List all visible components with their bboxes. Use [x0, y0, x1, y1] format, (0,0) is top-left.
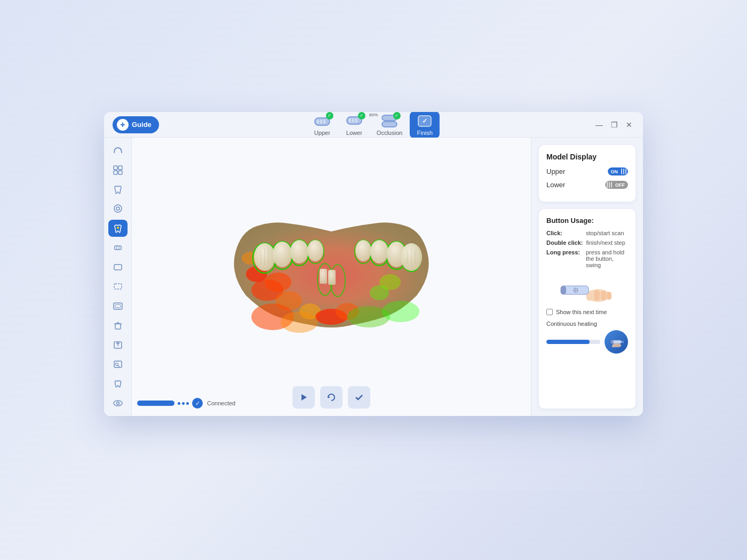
heating-bar — [546, 340, 590, 344]
dot3 — [186, 402, 189, 405]
svg-point-62 — [307, 240, 323, 261]
svg-point-65 — [355, 240, 371, 261]
lower-check: ✓ — [358, 112, 365, 119]
svg-rect-83 — [561, 286, 566, 294]
svg-rect-2 — [320, 119, 322, 124]
confirm-button[interactable] — [348, 386, 370, 409]
lower-toggle[interactable]: OFF — [605, 181, 628, 189]
svg-rect-81 — [607, 292, 611, 300]
refresh-button[interactable] — [320, 386, 343, 409]
usage-click: Click: stop/start scan — [546, 230, 628, 236]
usage-double-click: Double click: finish/next step — [546, 239, 628, 246]
show-next-checkbox[interactable] — [546, 309, 553, 315]
sidebar-trash-icon[interactable] — [108, 317, 128, 334]
sidebar-frame-icon[interactable] — [108, 297, 128, 314]
finish-tab-label: Finish — [417, 130, 432, 136]
svg-rect-15 — [118, 171, 122, 174]
sidebar-rect-icon[interactable] — [108, 259, 128, 276]
sidebar-search-icon[interactable] — [108, 356, 128, 373]
restore-button[interactable]: ❐ — [609, 119, 619, 130]
upper-tab-label: Upper — [314, 130, 330, 136]
svg-rect-79 — [594, 290, 600, 301]
svg-text:✓: ✓ — [422, 117, 427, 125]
sidebar-bracket-icon[interactable] — [108, 239, 128, 256]
svg-rect-14 — [114, 171, 117, 174]
button-usage-card: Button Usage: Click: stop/start scan Dou… — [539, 209, 635, 409]
tab-finish[interactable]: ✓ Finish — [410, 112, 440, 138]
connected-label: Connected — [207, 400, 235, 406]
svg-point-18 — [117, 227, 119, 229]
lower-icon: ✓ — [345, 114, 364, 129]
heating-bar-container: 80% — [546, 340, 600, 344]
viewport[interactable]: ✓ Connected — [132, 138, 531, 416]
upper-toggle[interactable]: ON — [608, 167, 629, 175]
status-bar-inner: ✓ — [137, 398, 203, 409]
usage-dbl-val: finish/next step — [586, 239, 625, 246]
guide-button[interactable]: + Guide — [113, 116, 159, 133]
svg-rect-88 — [611, 340, 614, 343]
sidebar-active-icon[interactable] — [108, 220, 128, 237]
sidebar-export-icon[interactable] — [108, 336, 128, 353]
right-panel: Model Display Upper ON — [531, 138, 643, 416]
scanner-round-icon — [605, 330, 628, 354]
svg-rect-64 — [328, 270, 336, 285]
svg-rect-22 — [114, 265, 122, 270]
svg-point-61 — [290, 240, 308, 263]
sidebar-arch-icon[interactable] — [108, 142, 128, 159]
model-display-card: Model Display Upper ON — [539, 145, 635, 202]
svg-line-33 — [118, 365, 120, 367]
svg-rect-7 — [355, 118, 357, 123]
usage-long-key: Long press: — [546, 249, 583, 268]
sidebar-view-icon[interactable] — [108, 200, 128, 217]
heating-label: Continuous heating — [546, 321, 628, 327]
svg-point-32 — [115, 363, 118, 365]
sidebar-tooth2-icon[interactable] — [108, 375, 128, 392]
upper-toggle-row: Upper ON — [546, 167, 628, 175]
window-reflection — [104, 427, 643, 491]
svg-rect-9 — [382, 122, 397, 127]
usage-dbl-key: Double click: — [546, 239, 583, 246]
connection-check: ✓ — [192, 398, 203, 409]
sidebar-tooth-icon[interactable] — [108, 181, 128, 198]
upper-icon: ✓ — [313, 114, 332, 129]
svg-rect-19 — [115, 246, 121, 250]
occlusion-icon: ✓ — [380, 114, 399, 129]
dot-indicator — [178, 402, 189, 405]
sidebar-eye-icon[interactable] — [108, 394, 128, 411]
tab-upper[interactable]: ✓ Upper — [307, 112, 337, 138]
occlusion-tab-label: Occlusion — [377, 130, 402, 136]
plus-icon: + — [117, 119, 129, 131]
svg-rect-63 — [320, 269, 327, 284]
svg-point-43 — [370, 285, 389, 300]
sidebar-dotted-rect-icon[interactable] — [108, 278, 128, 295]
svg-point-17 — [116, 207, 120, 210]
svg-point-60 — [273, 242, 292, 267]
svg-rect-24 — [114, 303, 122, 309]
tab-lower[interactable]: ✓ Lower — [339, 112, 369, 138]
connection-bar — [137, 401, 174, 406]
svg-rect-13 — [118, 166, 122, 170]
svg-point-16 — [114, 205, 122, 212]
lower-tab-label: Lower — [346, 130, 362, 136]
dot1 — [178, 402, 180, 405]
teeth-3d-model — [203, 189, 459, 365]
svg-rect-80 — [601, 291, 606, 300]
svg-rect-6 — [352, 118, 354, 123]
svg-marker-76 — [301, 394, 307, 401]
close-button[interactable]: ✕ — [624, 119, 634, 130]
svg-point-73 — [281, 311, 318, 333]
occlusion-check: ✓ — [393, 112, 401, 119]
play-button[interactable] — [292, 386, 315, 409]
dot2 — [182, 402, 185, 405]
viewport-toolbar — [292, 386, 370, 409]
heating-section: Continuous heating 80% — [546, 321, 628, 354]
usage-click-key: Click: — [546, 230, 583, 236]
lower-toggle-label: Lower — [546, 181, 565, 189]
model-display-title: Model Display — [546, 153, 628, 161]
sidebar-grid-icon[interactable] — [108, 161, 128, 178]
minimize-button[interactable]: — — [594, 119, 605, 130]
svg-rect-25 — [115, 305, 121, 308]
svg-rect-12 — [114, 166, 117, 170]
svg-rect-3 — [323, 119, 325, 124]
button-usage-title: Button Usage: — [546, 217, 628, 225]
